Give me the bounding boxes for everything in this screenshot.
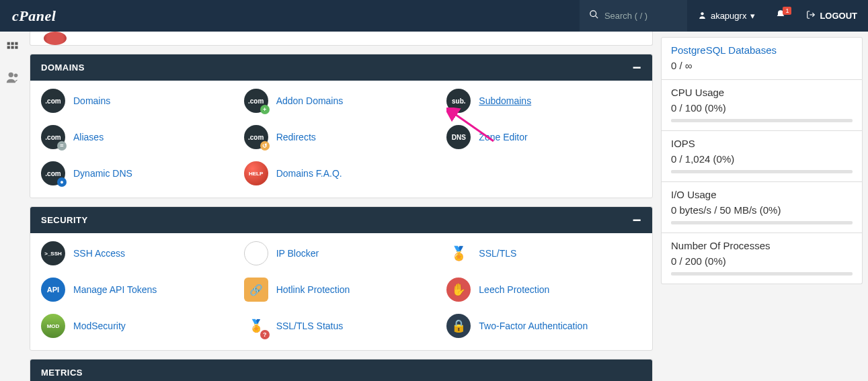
notification-count: 1 bbox=[783, 7, 791, 15]
security-item-2fa[interactable]: 🔒 Two-Factor Authentication bbox=[446, 314, 641, 338]
security-item-modsecurity[interactable]: MOD ModSecurity bbox=[41, 314, 236, 338]
logout-button[interactable]: LOGOUT bbox=[795, 0, 868, 32]
metrics-panel-title: METRICS bbox=[41, 368, 83, 378]
svg-rect-6 bbox=[15, 42, 17, 45]
user-name: akapugrx bbox=[711, 11, 746, 21]
security-item-hotlink[interactable]: 🔗 Hotlink Protection bbox=[244, 278, 439, 302]
stat-value: 0 / 100 (0%) bbox=[671, 102, 853, 114]
collapse-icon[interactable]: − bbox=[633, 217, 641, 224]
metrics-panel: METRICS bbox=[30, 359, 653, 381]
svg-rect-9 bbox=[15, 46, 17, 49]
stat-title: Number Of Processes bbox=[671, 240, 853, 251]
item-label: Leech Protection bbox=[479, 284, 549, 295]
dns-icon: DNS bbox=[446, 125, 471, 149]
dotcom-eq-icon: .com= bbox=[41, 125, 65, 149]
shield-icon: MOD bbox=[41, 314, 65, 338]
chevron-down-icon: ▾ bbox=[750, 11, 755, 21]
domains-item-aliases[interactable]: .com= Aliases bbox=[41, 125, 236, 149]
svg-point-2 bbox=[701, 12, 703, 15]
security-item-api-tokens[interactable]: API Manage API Tokens bbox=[41, 278, 236, 302]
dotcom-icon: .com bbox=[41, 89, 65, 113]
stat-cpu: CPU Usage 0 / 100 (0%) bbox=[661, 80, 863, 131]
domains-item-redirects[interactable]: .com↺ Redirects bbox=[244, 125, 439, 149]
fragment-icon bbox=[44, 32, 67, 45]
security-item-ip-blocker[interactable]: Ⓘ℗ IP Blocker bbox=[244, 241, 439, 265]
topbar: cPanel akapugrx ▾ 1 LOGOUT bbox=[0, 0, 868, 32]
security-item-ssl-status[interactable]: 🏅? SSL/TLS Status bbox=[244, 314, 439, 338]
item-label: SSH Access bbox=[73, 248, 125, 259]
domains-item-domains[interactable]: .com Domains bbox=[41, 89, 236, 113]
stat-postgresql: PostgreSQL Databases 0 / ∞ bbox=[661, 37, 863, 80]
stat-value: 0 / 200 (0%) bbox=[671, 255, 853, 267]
dotcom-plus-icon: .com+ bbox=[244, 89, 268, 113]
item-label: Subdomains bbox=[479, 95, 531, 106]
svg-point-11 bbox=[14, 74, 18, 78]
lock-icon: 🔒 bbox=[446, 314, 471, 338]
item-label: Domains bbox=[73, 95, 110, 106]
domains-panel-header[interactable]: DOMAINS − bbox=[30, 54, 652, 81]
metrics-panel-header[interactable]: METRICS bbox=[30, 359, 652, 381]
stat-iops: IOPS 0 / 1,024 (0%) bbox=[661, 131, 863, 182]
stat-io-usage: I/O Usage 0 bytes/s / 50 MB/s (0%) bbox=[661, 182, 863, 233]
stat-value: 0 / ∞ bbox=[671, 60, 853, 71]
notifications-button[interactable]: 1 bbox=[766, 0, 795, 32]
user-icon bbox=[698, 11, 707, 22]
stat-title[interactable]: PostgreSQL Databases bbox=[671, 44, 853, 56]
item-label: Redirects bbox=[276, 132, 316, 142]
ip-block-icon: Ⓘ℗ bbox=[244, 241, 268, 265]
security-panel-header[interactable]: SECURITY − bbox=[30, 207, 652, 233]
stat-progress-bar bbox=[671, 221, 853, 224]
item-label: Aliases bbox=[73, 132, 104, 142]
grid-view-icon[interactable] bbox=[6, 41, 19, 58]
stat-title: CPU Usage bbox=[671, 87, 853, 98]
dotcom-redirect-icon: .com↺ bbox=[244, 125, 268, 149]
security-panel: SECURITY − >_SSH SSH Access Ⓘ℗ IP Blocke… bbox=[30, 206, 653, 351]
item-label: Two-Factor Authentication bbox=[479, 321, 588, 331]
help-button-icon: HELP bbox=[244, 161, 268, 185]
logout-icon bbox=[806, 10, 816, 22]
item-label: Domains F.A.Q. bbox=[276, 168, 342, 179]
stat-value: 0 / 1,024 (0%) bbox=[671, 153, 853, 165]
users-icon[interactable] bbox=[5, 70, 20, 88]
svg-rect-7 bbox=[7, 46, 10, 49]
stat-title: IOPS bbox=[671, 138, 853, 149]
stat-processes: Number Of Processes 0 / 200 (0%) bbox=[661, 233, 863, 284]
svg-point-10 bbox=[9, 73, 13, 77]
security-item-ssl-tls[interactable]: 🏅 SSL/TLS bbox=[446, 241, 641, 265]
stat-value: 0 bytes/s / 50 MB/s (0%) bbox=[671, 204, 853, 216]
dotcom-dyn-icon: .com● bbox=[41, 161, 65, 185]
stat-progress-bar bbox=[671, 272, 853, 276]
item-label: SSL/TLS bbox=[479, 248, 516, 259]
domains-item-subdomains[interactable]: sub. Subdomains bbox=[446, 89, 641, 113]
domains-item-zone-editor[interactable]: DNS Zone Editor bbox=[446, 125, 641, 149]
brand-logo: cPanel bbox=[0, 7, 68, 25]
search-box[interactable] bbox=[580, 0, 687, 32]
svg-rect-8 bbox=[11, 46, 14, 49]
domains-item-faq[interactable]: HELP Domains F.A.Q. bbox=[244, 161, 439, 185]
item-label: Manage API Tokens bbox=[73, 284, 157, 295]
item-label: ModSecurity bbox=[73, 321, 126, 331]
security-panel-title: SECURITY bbox=[41, 215, 88, 225]
item-label: Dynamic DNS bbox=[73, 168, 132, 179]
domains-item-dynamic-dns[interactable]: .com● Dynamic DNS bbox=[41, 161, 236, 185]
logout-label: LOGOUT bbox=[820, 11, 857, 21]
security-item-leech[interactable]: ✋ Leech Protection bbox=[446, 278, 641, 302]
item-label: Addon Domains bbox=[276, 95, 344, 106]
svg-line-1 bbox=[595, 15, 598, 18]
user-menu[interactable]: akapugrx ▾ bbox=[687, 0, 766, 32]
stat-progress-bar bbox=[671, 170, 853, 173]
search-input[interactable] bbox=[604, 11, 678, 21]
sub-icon: sub. bbox=[446, 89, 471, 113]
domains-panel: DOMAINS − .com Domains .com+ Addon Domai… bbox=[30, 54, 653, 198]
ssh-icon: >_SSH bbox=[41, 241, 65, 265]
domains-item-addon[interactable]: .com+ Addon Domains bbox=[244, 89, 439, 113]
security-item-ssh[interactable]: >_SSH SSH Access bbox=[41, 241, 236, 265]
stats-sidebar: PostgreSQL Databases 0 / ∞ CPU Usage 0 /… bbox=[661, 37, 863, 284]
collapse-icon[interactable]: − bbox=[633, 65, 641, 71]
svg-point-0 bbox=[590, 11, 596, 17]
api-icon: API bbox=[41, 278, 65, 302]
item-label: IP Blocker bbox=[276, 248, 319, 259]
hand-stop-icon: ✋ bbox=[446, 278, 471, 302]
stat-progress-bar bbox=[671, 119, 853, 122]
ribbon-icon: 🏅 bbox=[446, 241, 471, 265]
